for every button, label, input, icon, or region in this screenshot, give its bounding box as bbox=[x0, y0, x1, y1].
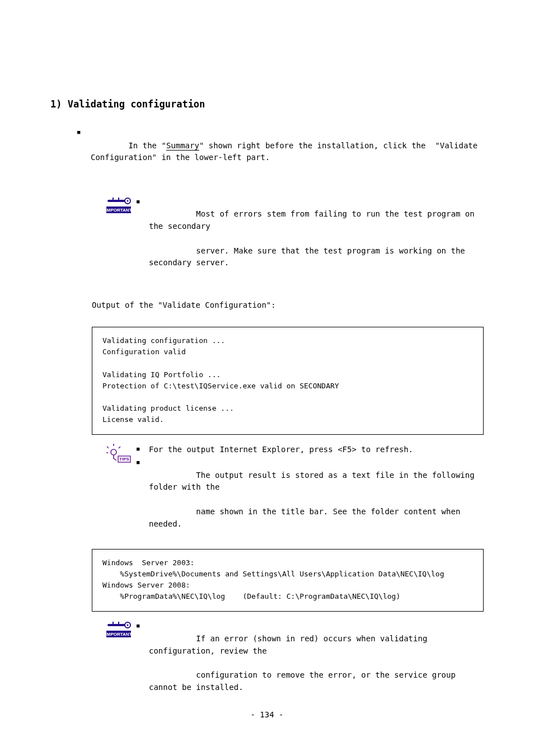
intro-underline: Summary bbox=[166, 141, 199, 150]
svg-point-7 bbox=[111, 449, 116, 455]
tip-2-text: The output result is stored as a text fi… bbox=[149, 457, 484, 542]
important-1-text: Most of errors stem from failing to run … bbox=[149, 196, 484, 281]
important-callout-2: IMPORTANT ■ If an error (shown in red) o… bbox=[106, 621, 484, 707]
svg-text:IMPORTANT: IMPORTANT bbox=[106, 632, 131, 637]
bullet-icon: ■ bbox=[137, 444, 149, 452]
important-2-text: If an error (shown in red) occurs when v… bbox=[149, 621, 484, 706]
important-icon: IMPORTANT bbox=[106, 196, 137, 214]
section-heading: 1) Validating configuration bbox=[50, 98, 484, 110]
validation-output-box: Validating configuration ... Configurati… bbox=[92, 327, 484, 435]
bullet-icon: ■ bbox=[137, 196, 149, 204]
bullet-icon: ■ bbox=[137, 457, 149, 465]
important-icon: IMPORTANT bbox=[106, 621, 137, 638]
page: 1) Validating configuration ■ In the "Su… bbox=[0, 0, 534, 756]
intro-pre: In the " bbox=[128, 141, 166, 150]
svg-rect-0 bbox=[107, 200, 125, 202]
bullet-icon: ■ bbox=[137, 621, 149, 628]
svg-point-4 bbox=[127, 200, 129, 201]
output-intro: Output of the "Validate Configuration": bbox=[92, 299, 484, 312]
tips-icon: TIPS bbox=[106, 444, 137, 463]
svg-line-10 bbox=[119, 447, 120, 448]
bullet-icon: ■ bbox=[77, 128, 91, 135]
page-number: - 134 - bbox=[0, 710, 534, 719]
svg-point-18 bbox=[127, 624, 129, 626]
important-callout-1: IMPORTANT ■ Most of errors stem from fai… bbox=[106, 196, 484, 283]
log-path-box: Windows Server 2003: %SystemDrive%\Docum… bbox=[92, 549, 484, 612]
intro-text: ■ In the "Summary" shown right before th… bbox=[77, 128, 484, 176]
svg-line-9 bbox=[107, 447, 109, 448]
svg-text:TIPS: TIPS bbox=[119, 457, 129, 462]
tip-1-text: For the output Internet Explorer, press … bbox=[149, 444, 413, 456]
svg-text:IMPORTANT: IMPORTANT bbox=[106, 208, 131, 213]
svg-rect-14 bbox=[107, 624, 125, 626]
tips-callout: TIPS ■ For the output Internet Explorer,… bbox=[106, 444, 484, 543]
